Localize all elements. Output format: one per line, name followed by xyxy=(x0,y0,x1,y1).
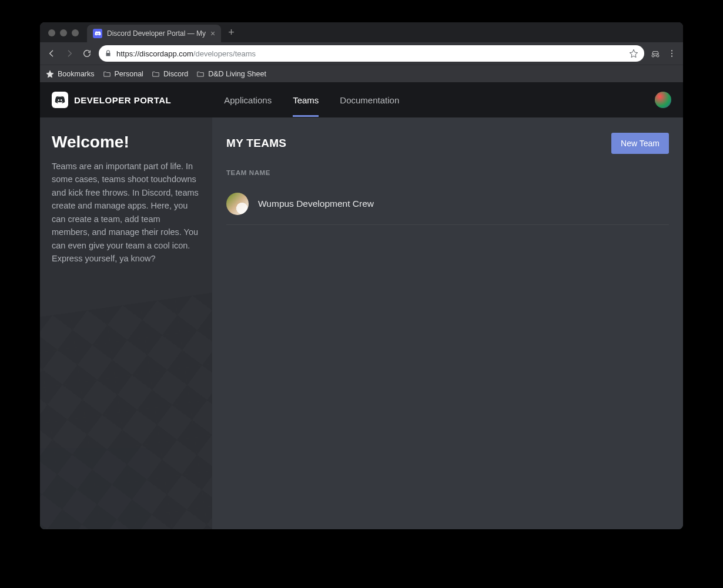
browser-window: Discord Developer Portal — My × + https:… xyxy=(40,22,683,529)
discord-logo-icon xyxy=(52,92,68,108)
nav-documentation[interactable]: Documentation xyxy=(340,83,399,117)
user-avatar[interactable] xyxy=(655,92,671,108)
browser-tab[interactable]: Discord Developer Portal — My × xyxy=(87,25,221,42)
browser-menu-icon[interactable] xyxy=(667,48,677,59)
window-close-icon[interactable] xyxy=(48,29,55,36)
brand-logo[interactable]: DEVELOPER PORTAL xyxy=(52,92,171,108)
bookmark-label: Discord xyxy=(163,70,188,78)
sidebar-body: Teams are an important part of life. In … xyxy=(52,160,200,266)
app-nav: Applications Teams Documentation xyxy=(224,83,399,117)
forward-button[interactable] xyxy=(63,48,75,59)
new-tab-button[interactable]: + xyxy=(221,26,242,42)
page-title: MY TEAMS xyxy=(226,137,286,150)
folder-icon xyxy=(196,70,205,78)
window-minimize-icon[interactable] xyxy=(60,29,67,36)
browser-toolbar: https://discordapp.com/developers/teams xyxy=(40,42,683,65)
lock-icon xyxy=(105,50,112,57)
bookmark-item[interactable]: Discord xyxy=(152,70,188,78)
tab-title: Discord Developer Portal — My xyxy=(107,29,206,38)
incognito-icon[interactable] xyxy=(650,48,661,59)
tab-close-icon[interactable]: × xyxy=(210,29,215,38)
team-avatar-icon xyxy=(226,193,249,215)
svg-point-2 xyxy=(671,56,672,57)
brand-text: DEVELOPER PORTAL xyxy=(74,95,171,105)
folder-icon xyxy=(103,70,111,78)
bookmark-label: D&D Living Sheet xyxy=(208,70,266,78)
back-button[interactable] xyxy=(46,48,58,59)
url-protocol: https://discordapp.com/developers/teams xyxy=(116,49,256,58)
browser-tabstrip: Discord Developer Portal — My × + xyxy=(40,22,683,42)
app-content: Welcome! Teams are an important part of … xyxy=(40,117,683,529)
address-bar[interactable]: https://discordapp.com/developers/teams xyxy=(99,45,644,62)
sidebar-decor-icon xyxy=(40,292,212,529)
nav-teams[interactable]: Teams xyxy=(293,83,319,117)
bookmark-label: Personal xyxy=(115,70,143,78)
window-controls[interactable] xyxy=(45,29,85,42)
main-panel: MY TEAMS New Team TEAM NAME Wumpus Devel… xyxy=(212,117,683,529)
bookmark-item[interactable]: Bookmarks xyxy=(46,70,95,78)
bookmark-item[interactable]: D&D Living Sheet xyxy=(196,70,266,78)
team-name: Wumpus Development Crew xyxy=(258,199,374,209)
app-header: DEVELOPER PORTAL Applications Teams Docu… xyxy=(40,82,683,117)
sidebar: Welcome! Teams are an important part of … xyxy=(40,117,212,529)
svg-point-0 xyxy=(671,50,672,51)
svg-point-1 xyxy=(671,53,672,54)
discord-favicon-icon xyxy=(93,29,102,38)
nav-applications[interactable]: Applications xyxy=(224,83,272,117)
sidebar-title: Welcome! xyxy=(52,133,200,152)
bookmarks-bar: Bookmarks Personal Discord D&D Living Sh… xyxy=(40,65,683,82)
reload-button[interactable] xyxy=(81,48,93,59)
main-header: MY TEAMS New Team xyxy=(226,133,669,154)
star-icon xyxy=(46,70,54,78)
window-maximize-icon[interactable] xyxy=(72,29,79,36)
bookmark-star-icon[interactable] xyxy=(629,49,638,58)
folder-icon xyxy=(152,70,160,78)
column-header-team-name: TEAM NAME xyxy=(226,169,669,176)
bookmark-label: Bookmarks xyxy=(58,70,95,78)
bookmark-item[interactable]: Personal xyxy=(103,70,143,78)
team-row[interactable]: Wumpus Development Crew xyxy=(226,187,669,225)
new-team-button[interactable]: New Team xyxy=(611,133,669,154)
